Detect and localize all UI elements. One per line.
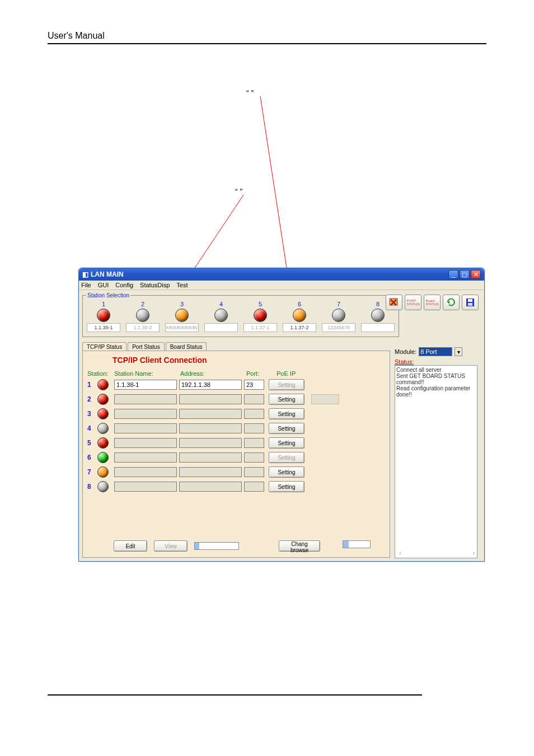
tab-port-status[interactable]: Port Status <box>128 342 164 351</box>
row-number: 2 <box>87 395 95 403</box>
station-col-5[interactable]: 51.1.37-1 <box>243 301 278 332</box>
address-input[interactable] <box>179 394 242 404</box>
save-icon[interactable] <box>462 295 479 310</box>
col-station: Station: <box>87 370 112 377</box>
station-col-2[interactable]: 21.1.38-2 <box>125 301 160 332</box>
status-led-icon <box>97 481 109 492</box>
poe-setting-button[interactable]: Setting <box>269 481 305 492</box>
page-title: User's Manual <box>48 31 105 40</box>
poe-setting-button[interactable]: Setting <box>269 394 305 405</box>
station-led-icon <box>254 309 267 322</box>
tcp-row: 7Setting <box>87 466 385 478</box>
station-label: 1.1.38-2 <box>126 323 160 332</box>
tcp-row: 3Setting <box>87 408 385 419</box>
port-input[interactable] <box>244 394 264 404</box>
menu-gui[interactable]: GUI <box>98 282 109 288</box>
window-controls: _ ▢ ✕ <box>448 270 481 279</box>
station-col-1[interactable]: 11.1.38-1 <box>86 301 121 332</box>
station-name-input[interactable] <box>114 380 177 390</box>
address-input[interactable] <box>179 423 242 433</box>
station-number: 3 <box>180 301 184 307</box>
station-name-input[interactable] <box>114 409 177 419</box>
status-line: Connect all server <box>396 367 476 373</box>
bottom-buttons: Edit View <box>114 540 239 552</box>
address-input[interactable] <box>179 438 242 448</box>
edit-button[interactable]: Edit <box>114 540 147 552</box>
address-input[interactable] <box>179 380 242 390</box>
poe-setting-button[interactable]: Setting <box>269 452 305 463</box>
svg-line-0 <box>260 96 291 297</box>
status-line: Read configuration parameter done!! <box>396 385 476 398</box>
menu-file[interactable]: File <box>81 282 91 288</box>
port-input[interactable] <box>244 482 264 492</box>
titlebar[interactable]: ◧ LAN MAIN _ ▢ ✕ <box>79 268 484 281</box>
station-name-input[interactable] <box>114 423 177 433</box>
change-browse-button[interactable]: Chang browse <box>279 540 320 552</box>
app-icon: ◧ <box>82 270 88 278</box>
extra-box <box>311 394 339 404</box>
status-log[interactable]: Connect all serverSent GET BOARD STATUS … <box>395 365 477 558</box>
menu-test[interactable]: Test <box>176 282 188 288</box>
port-input[interactable] <box>244 467 264 477</box>
address-input[interactable] <box>179 409 242 419</box>
address-input[interactable] <box>179 482 242 492</box>
chevron-down-icon[interactable]: ▾ <box>455 347 462 356</box>
port-input[interactable] <box>244 409 264 419</box>
poe-setting-button[interactable]: Setting <box>269 379 305 390</box>
station-name-input[interactable] <box>114 394 177 404</box>
port-status-icon[interactable]: PORTSTATUS <box>405 295 421 310</box>
station-col-4[interactable]: 4 <box>204 301 238 332</box>
station-label: 1.1.38-1 <box>87 323 120 332</box>
row-number: 5 <box>87 439 95 447</box>
board-status-icon[interactable]: BoardSTATUS <box>424 295 441 310</box>
tcp-row: 8Setting <box>87 481 385 492</box>
row-number: 7 <box>87 468 95 476</box>
menu-statusdisp[interactable]: StatusDisp <box>140 282 170 288</box>
connect-icon[interactable] <box>386 295 402 310</box>
station-number: 1 <box>102 301 105 307</box>
menu-config[interactable]: Config <box>115 282 133 288</box>
poe-setting-button[interactable]: Setting <box>269 408 305 419</box>
status-led-icon <box>97 394 109 405</box>
row-number: 8 <box>87 483 95 491</box>
station-row: 11.1.38-121.1.38-23MNMNMNMN451.1.37-161.… <box>86 301 395 332</box>
station-label: 1.1.37-1 <box>243 323 277 332</box>
module-dropdown[interactable]: 8 Port <box>419 347 452 356</box>
panel-title: TCP/IP Client Connection <box>113 356 385 365</box>
callout-quote-1: “ ” <box>246 88 254 97</box>
station-name-input[interactable] <box>114 482 177 492</box>
address-input[interactable] <box>179 452 242 463</box>
status-led-icon <box>97 408 109 419</box>
window-title: LAN MAIN <box>91 270 124 278</box>
station-name-input[interactable] <box>114 452 177 463</box>
port-input[interactable] <box>244 380 264 390</box>
maximize-button[interactable]: ▢ <box>460 270 470 279</box>
station-col-3[interactable]: 3MNMNMNMN <box>165 301 199 332</box>
tab-tcpip-status[interactable]: TCP/IP Status <box>82 342 127 351</box>
progress-bar-2 <box>343 540 371 548</box>
close-button[interactable]: ✕ <box>471 270 481 279</box>
refresh-icon[interactable] <box>443 295 460 310</box>
tabs-area: TCP/IP Status Port Status Board Status T… <box>82 342 390 558</box>
callout-quote-2: “ ” <box>235 187 242 196</box>
address-input[interactable] <box>179 467 242 477</box>
menubar: File GUI Config StatusDisp Test <box>79 281 484 290</box>
poe-setting-button[interactable]: Setting <box>269 423 305 434</box>
status-led-icon <box>97 452 109 463</box>
station-name-input[interactable] <box>114 467 177 477</box>
port-input[interactable] <box>244 438 264 448</box>
station-name-input[interactable] <box>114 438 177 448</box>
poe-setting-button[interactable]: Setting <box>269 437 305 449</box>
poe-setting-button[interactable]: Setting <box>269 466 305 478</box>
tab-board-status[interactable]: Board Status <box>166 342 207 351</box>
minimize-button[interactable]: _ <box>448 270 458 279</box>
row-number: 1 <box>87 381 95 389</box>
station-col-7[interactable]: 712345678 <box>321 301 356 332</box>
tcp-rows: 1Setting2Setting3Setting4Setting5Setting… <box>87 379 385 492</box>
station-col-6[interactable]: 61.1.37-2 <box>282 301 317 332</box>
port-input[interactable] <box>244 423 264 433</box>
view-button[interactable]: View <box>154 540 188 552</box>
row-number: 4 <box>87 424 95 432</box>
port-input[interactable] <box>244 452 264 463</box>
station-number: 7 <box>337 301 340 307</box>
